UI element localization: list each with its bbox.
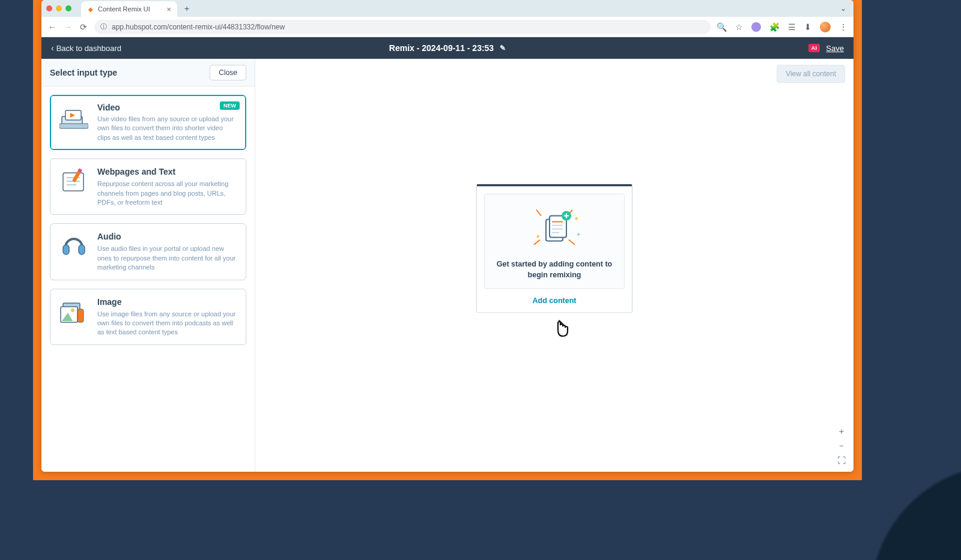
back-to-dashboard-link[interactable]: ‹ Back to dashboard [51, 43, 121, 53]
input-type-audio[interactable]: Audio Use audio files in your portal or … [50, 223, 246, 280]
browser-window: ◆ Content Remix UI × + ⌄ ← → ⟳ ⓘ app.hub… [41, 0, 853, 472]
input-type-image[interactable]: Image Use image files from any source or… [50, 289, 246, 345]
site-info-icon[interactable]: ⓘ [100, 22, 107, 31]
outer-presentation-frame: ◆ Content Remix UI × + ⌄ ← → ⟳ ⓘ app.hub… [33, 0, 862, 480]
card-title: Audio [97, 232, 121, 241]
browser-menu-icon[interactable]: ⋮ [839, 22, 847, 32]
svg-text:✦: ✦ [576, 231, 581, 238]
card-description: Use audio files in your portal or upload… [97, 244, 237, 272]
add-content-link[interactable]: Add content [533, 297, 577, 305]
title-text: Remix - 2024-09-11 - 23:53 [389, 43, 494, 53]
card-description: Use video files from any source or uploa… [97, 115, 237, 142]
card-description: Use image files from any source or uploa… [97, 310, 237, 337]
input-type-webpages-text[interactable]: Webpages and Text Repurpose content acro… [50, 158, 246, 215]
page-title: Remix - 2024-09-11 - 23:53 ✎ [389, 43, 506, 53]
browser-tab-strip: ◆ Content Remix UI × + ⌄ [41, 0, 853, 17]
app-header: ‹ Back to dashboard Remix - 2024-09-11 -… [41, 37, 853, 59]
card-title: Video [97, 103, 120, 112]
svg-rect-11 [79, 245, 85, 254]
card-title: Webpages and Text [97, 167, 175, 176]
browser-tab[interactable]: ◆ Content Remix UI × [81, 1, 177, 17]
downloads-icon[interactable]: ⬇ [804, 22, 811, 32]
svg-rect-10 [63, 245, 69, 254]
extensions-puzzle-icon[interactable]: 🧩 [769, 22, 780, 32]
reading-list-icon[interactable]: ☰ [788, 22, 796, 32]
svg-point-15 [71, 309, 74, 312]
window-minimize-button[interactable] [56, 5, 62, 11]
audio-icon [59, 231, 89, 261]
profile-avatar-icon[interactable] [820, 22, 831, 32]
sidebar-panel: Select input type Close [41, 59, 255, 472]
tab-title: Content Remix UI [98, 5, 150, 13]
tabs-dropdown-icon[interactable]: ⌄ [837, 3, 850, 14]
nav-reload-icon[interactable]: ⟳ [79, 22, 88, 32]
window-maximize-button[interactable] [65, 5, 71, 11]
workspace: Select input type Close [41, 59, 853, 472]
nav-back-icon[interactable]: ← [47, 22, 57, 32]
address-bar[interactable]: ⓘ app.hubspot.com/content-remix-ui/44831… [94, 20, 711, 34]
new-tab-button[interactable]: + [181, 4, 193, 13]
ai-badge: AI [808, 44, 820, 52]
url-text: app.hubspot.com/content-remix-ui/4483133… [112, 23, 285, 31]
empty-state-text: Get started by adding content to begin r… [490, 259, 619, 280]
fullscreen-button[interactable]: ⛶ [835, 455, 847, 466]
new-badge: NEW [220, 101, 240, 110]
svg-line-19 [534, 240, 540, 245]
input-type-video[interactable]: Video NEW Use video files from any sourc… [50, 95, 246, 150]
chevron-left-icon: ‹ [51, 43, 54, 53]
card-title: Image [97, 297, 121, 307]
window-close-button[interactable] [46, 5, 52, 11]
text-icon [59, 166, 89, 196]
empty-state-illustration-icon: ✦ ✦ ✦ [524, 205, 584, 253]
back-label: Back to dashboard [56, 44, 121, 53]
window-controls [46, 5, 71, 11]
zoom-controls: ＋ － ⛶ [835, 426, 847, 466]
bookmark-icon[interactable]: ☆ [735, 22, 743, 32]
sidebar-title: Select input type [50, 68, 117, 77]
browser-nav-bar: ← → ⟳ ⓘ app.hubspot.com/content-remix-ui… [41, 17, 853, 37]
svg-text:✦: ✦ [535, 233, 541, 240]
view-all-content-button[interactable]: View all content [777, 65, 845, 83]
svg-rect-1 [59, 124, 88, 128]
edit-title-icon[interactable]: ✎ [500, 44, 506, 52]
nav-forward-icon[interactable]: → [63, 22, 73, 32]
tab-close-icon[interactable]: × [166, 5, 171, 14]
extension-icon[interactable] [751, 22, 761, 32]
image-icon [59, 297, 89, 327]
cursor-pointer-icon [552, 318, 574, 342]
svg-line-20 [569, 240, 575, 245]
svg-rect-16 [77, 309, 83, 322]
video-icon [59, 103, 89, 133]
browser-toolbar-icons: 🔍 ☆ 🧩 ☰ ⬇ ⋮ [717, 22, 847, 32]
svg-line-17 [536, 210, 541, 216]
empty-state-card: ✦ ✦ ✦ [476, 184, 632, 313]
zoom-out-button[interactable]: － [835, 441, 847, 451]
tab-favicon-icon: ◆ [87, 5, 94, 13]
svg-text:✦: ✦ [574, 215, 579, 222]
save-button[interactable]: Save [826, 44, 844, 53]
card-description: Repurpose content across all your market… [97, 179, 237, 207]
canvas-area[interactable]: View all content ✦ ✦ ✦ [255, 59, 853, 472]
close-sidebar-button[interactable]: Close [210, 65, 246, 80]
input-type-list: Video NEW Use video files from any sourc… [41, 86, 255, 354]
zoom-in-button[interactable]: ＋ [835, 426, 847, 437]
zoom-icon[interactable]: 🔍 [717, 22, 727, 32]
sidebar-header: Select input type Close [41, 59, 255, 86]
